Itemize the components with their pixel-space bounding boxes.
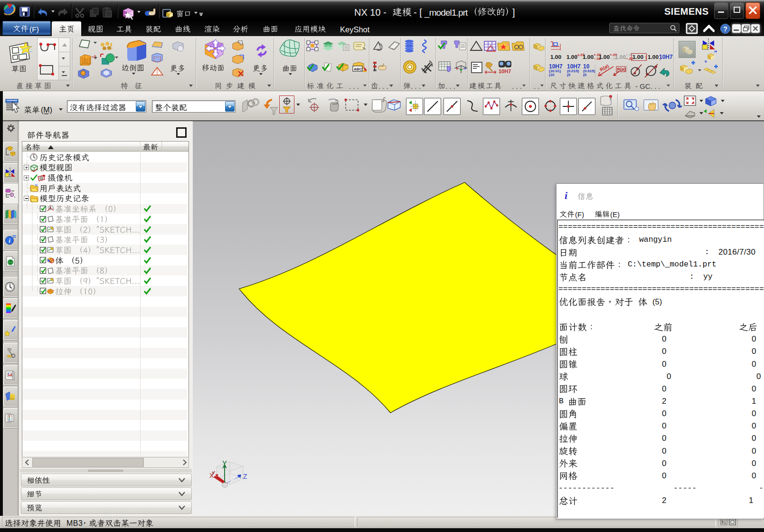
svg-text:i: i (9, 237, 10, 244)
svg-text:?: ? (723, 25, 727, 33)
svg-text:ABC: ABC (354, 67, 362, 71)
svg-text:10H7: 10H7 (499, 68, 511, 74)
svg-text:X: X (209, 472, 214, 479)
svg-text:R(ø): R(ø) (617, 67, 626, 72)
svg-text:R(ø): R(ø) (599, 65, 610, 72)
svg-text:Z: Z (243, 473, 247, 480)
